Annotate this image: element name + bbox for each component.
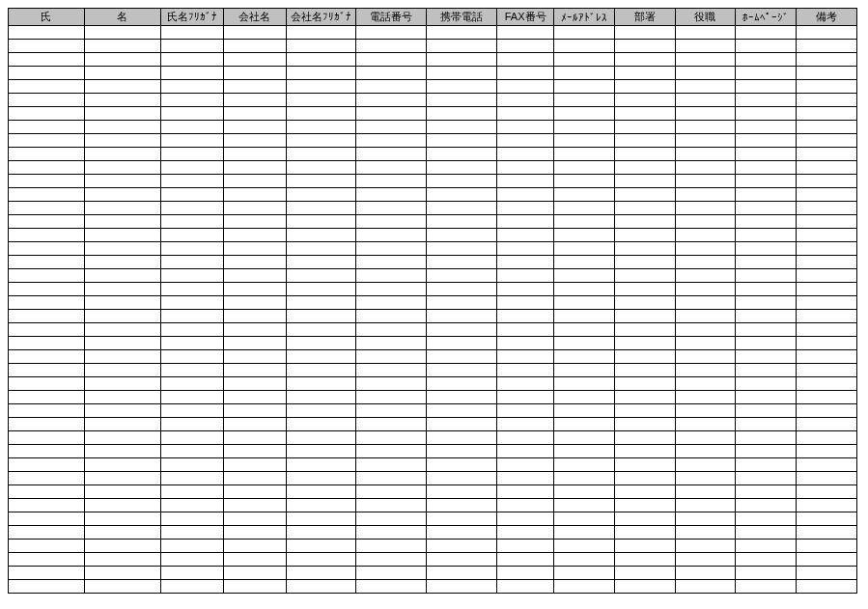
table-cell[interactable] [614, 80, 675, 94]
table-cell[interactable] [223, 485, 286, 499]
table-cell[interactable] [84, 458, 160, 472]
table-cell[interactable] [286, 283, 356, 296]
table-cell[interactable] [497, 323, 554, 337]
table-cell[interactable] [427, 418, 497, 431]
table-cell[interactable] [497, 53, 554, 67]
table-cell[interactable] [427, 229, 497, 242]
table-cell[interactable] [427, 215, 497, 229]
table-cell[interactable] [497, 256, 554, 269]
table-cell[interactable] [356, 323, 427, 337]
table-cell[interactable] [9, 512, 85, 526]
table-cell[interactable] [427, 121, 497, 134]
table-cell[interactable] [736, 553, 797, 567]
table-cell[interactable] [9, 404, 85, 418]
table-cell[interactable] [223, 350, 286, 364]
table-cell[interactable] [497, 242, 554, 256]
table-cell[interactable] [736, 350, 797, 364]
table-cell[interactable] [614, 202, 675, 215]
table-cell[interactable] [427, 53, 497, 67]
table-cell[interactable] [554, 553, 615, 567]
table-cell[interactable] [160, 94, 223, 107]
table-cell[interactable] [9, 364, 85, 377]
table-cell[interactable] [427, 431, 497, 445]
table-cell[interactable] [356, 53, 427, 67]
table-cell[interactable] [160, 215, 223, 229]
table-cell[interactable] [427, 310, 497, 323]
table-cell[interactable] [554, 80, 615, 94]
table-cell[interactable] [427, 512, 497, 526]
table-cell[interactable] [554, 431, 615, 445]
table-cell[interactable] [84, 215, 160, 229]
table-cell[interactable] [356, 107, 427, 121]
table-cell[interactable] [614, 391, 675, 404]
table-cell[interactable] [554, 269, 615, 283]
table-cell[interactable] [160, 350, 223, 364]
table-cell[interactable] [84, 107, 160, 121]
table-cell[interactable] [286, 445, 356, 458]
table-cell[interactable] [554, 458, 615, 472]
table-cell[interactable] [223, 567, 286, 580]
table-cell[interactable] [554, 256, 615, 269]
table-cell[interactable] [675, 229, 736, 242]
table-cell[interactable] [736, 296, 797, 310]
table-cell[interactable] [614, 553, 675, 567]
table-cell[interactable] [614, 134, 675, 148]
table-cell[interactable] [84, 499, 160, 512]
table-cell[interactable] [614, 567, 675, 580]
table-cell[interactable] [84, 40, 160, 53]
table-cell[interactable] [736, 202, 797, 215]
table-cell[interactable] [427, 107, 497, 121]
table-cell[interactable] [160, 242, 223, 256]
table-cell[interactable] [356, 540, 427, 553]
table-cell[interactable] [84, 121, 160, 134]
table-cell[interactable] [554, 161, 615, 175]
table-cell[interactable] [554, 567, 615, 580]
table-cell[interactable] [675, 175, 736, 188]
table-cell[interactable] [736, 526, 797, 540]
table-cell[interactable] [675, 242, 736, 256]
table-cell[interactable] [286, 458, 356, 472]
table-cell[interactable] [797, 472, 857, 485]
table-cell[interactable] [356, 418, 427, 431]
table-cell[interactable] [497, 485, 554, 499]
table-cell[interactable] [497, 161, 554, 175]
table-cell[interactable] [614, 310, 675, 323]
table-cell[interactable] [675, 269, 736, 283]
table-cell[interactable] [84, 512, 160, 526]
table-cell[interactable] [84, 377, 160, 391]
table-cell[interactable] [497, 418, 554, 431]
table-cell[interactable] [9, 161, 85, 175]
table-cell[interactable] [736, 94, 797, 107]
table-cell[interactable] [797, 67, 857, 80]
table-cell[interactable] [554, 310, 615, 323]
table-cell[interactable] [736, 512, 797, 526]
table-cell[interactable] [554, 215, 615, 229]
table-cell[interactable] [497, 567, 554, 580]
table-cell[interactable] [286, 337, 356, 350]
table-cell[interactable] [797, 283, 857, 296]
table-cell[interactable] [675, 121, 736, 134]
table-cell[interactable] [223, 337, 286, 350]
table-cell[interactable] [9, 350, 85, 364]
table-cell[interactable] [223, 472, 286, 485]
table-cell[interactable] [223, 540, 286, 553]
table-cell[interactable] [223, 215, 286, 229]
table-cell[interactable] [223, 107, 286, 121]
table-cell[interactable] [9, 80, 85, 94]
table-cell[interactable] [736, 67, 797, 80]
table-cell[interactable] [497, 188, 554, 202]
table-cell[interactable] [427, 540, 497, 553]
table-cell[interactable] [497, 94, 554, 107]
table-cell[interactable] [497, 134, 554, 148]
table-cell[interactable] [497, 283, 554, 296]
table-cell[interactable] [286, 553, 356, 567]
table-cell[interactable] [9, 485, 85, 499]
table-cell[interactable] [84, 26, 160, 40]
table-cell[interactable] [9, 148, 85, 161]
table-cell[interactable] [614, 323, 675, 337]
table-cell[interactable] [554, 107, 615, 121]
table-cell[interactable] [223, 242, 286, 256]
table-cell[interactable] [223, 148, 286, 161]
table-cell[interactable] [84, 188, 160, 202]
table-cell[interactable] [797, 229, 857, 242]
